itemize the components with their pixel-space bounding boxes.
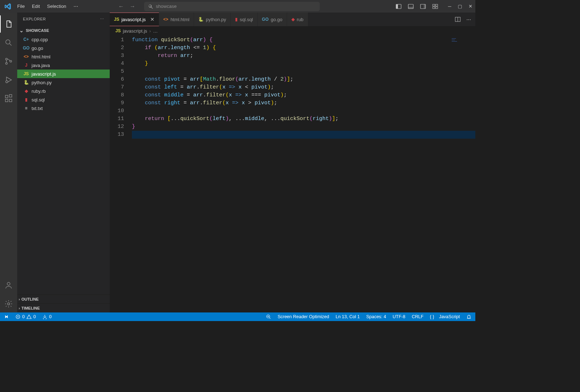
sidebar-explorer: EXPLORER ⋯ ⌄ SHOWCASE C+cpp.cppGOgo.go<>… [17,13,110,312]
tab-label: go.go [271,17,282,22]
svg-rect-6 [433,4,435,6]
editor-tab[interactable]: ▮sql.sql [231,13,258,26]
remote-indicator[interactable] [3,314,10,319]
code-editor[interactable]: 12345678910111213 function quickSort(arr… [110,35,475,312]
tab-label: rub [297,17,304,22]
window-close-icon[interactable]: ✕ [469,4,472,9]
file-item[interactable]: ▮sql.sql [17,95,110,104]
file-type-icon: ≡ [23,106,29,111]
file-type-icon: <> [23,54,29,59]
problems-indicator[interactable]: 0 0 [14,314,37,319]
layout-secondary-sidebar-icon[interactable] [420,4,426,9]
file-type-icon: ▮ [23,97,29,102]
file-item[interactable]: <>html.html [17,52,110,61]
svg-point-13 [10,61,12,62]
file-type-icon: GO [262,17,269,22]
file-item[interactable]: ≡txt.txt [17,104,110,113]
more-actions-icon[interactable]: ⋯ [466,17,471,22]
menu-selection[interactable]: Selection [44,2,69,10]
chevron-right-icon: › [19,306,20,310]
breadcrumb-separator: › [149,28,151,34]
activity-search-icon[interactable] [0,34,17,51]
layout-panel-icon[interactable] [408,4,414,9]
file-name: txt.txt [32,106,43,111]
notifications-icon[interactable] [465,314,472,319]
window-minimize-icon[interactable]: ─ [448,4,451,9]
window-maximize-icon[interactable]: ▢ [458,4,462,9]
chevron-right-icon: › [19,297,20,301]
editor-tab[interactable]: JSjavascript.js✕ [110,13,159,26]
activity-source-control-icon[interactable] [0,53,17,70]
sidebar-header: EXPLORER ⋯ [17,13,110,25]
editor-tab[interactable]: ◆rub [287,13,308,26]
indentation-status[interactable]: Spaces: 4 [365,314,388,319]
file-item[interactable]: C+cpp.cpp [17,35,110,44]
encoding-status[interactable]: UTF-8 [391,314,406,319]
file-tree: C+cpp.cppGOgo.go<>html.htmlJjava.javaJSj… [17,35,110,113]
activity-extensions-icon[interactable] [0,90,17,107]
file-item[interactable]: ◆ruby.rb [17,87,110,95]
menu-file[interactable]: File [14,2,28,10]
ports-indicator[interactable]: 0 [41,314,53,319]
minimap[interactable]: ▬▬▬▬▬▬▬▬▬▬▬▬ [452,38,473,48]
breadcrumb[interactable]: JS javascript.js › … [110,26,475,35]
close-icon[interactable]: ✕ [150,16,154,22]
editor-tabs: JSjavascript.js✕<>html.html🐍python.py▮sq… [110,13,475,26]
zoom-indicator[interactable] [265,314,272,319]
file-name: javascript.js [32,71,56,77]
breadcrumb-symbol: … [153,28,158,34]
svg-point-10 [6,40,10,44]
code-content[interactable]: function quickSort(arr) { if (arr.length… [132,35,475,312]
layout-primary-sidebar-icon[interactable] [396,4,401,9]
file-name: cpp.cpp [32,37,48,42]
svg-rect-16 [5,99,8,102]
menu-edit[interactable]: Edit [29,2,43,10]
file-item[interactable]: JSjavascript.js [17,70,110,78]
eol-status[interactable]: CRLF [411,314,425,319]
layout-customize-icon[interactable] [432,4,438,9]
nav-forward-icon[interactable]: → [130,3,136,10]
svg-point-11 [6,58,8,60]
search-placeholder: showcase [156,4,177,9]
line-number-gutter: 12345678910111213 [110,35,132,312]
split-editor-icon[interactable] [455,16,461,22]
tab-label: html.html [171,17,190,22]
file-name: go.go [32,46,43,51]
editor-tab[interactable]: <>html.html [159,13,194,26]
editor-tab[interactable]: 🐍python.py [194,13,230,26]
activity-settings-icon[interactable] [0,295,17,312]
file-type-icon: C+ [23,37,29,42]
language-label: JavaScript [439,314,460,319]
outline-section-header[interactable]: › OUTLINE [17,295,110,303]
file-item[interactable]: GOgo.go [17,44,110,52]
search-icon [148,4,153,9]
cursor-position[interactable]: Ln 13, Col 1 [334,314,361,319]
command-center-search[interactable]: showcase [144,2,320,11]
outline-label: OUTLINE [22,297,39,301]
tab-label: sql.sql [240,17,253,22]
workspace-section-header[interactable]: ⌄ SHOWCASE [17,25,110,35]
editor-tab[interactable]: GOgo.go [258,13,287,26]
js-file-icon: JS [115,28,121,33]
nav-back-icon[interactable]: ← [118,3,124,10]
menu-overflow[interactable]: ⋯ [71,2,81,10]
timeline-section-header[interactable]: › TIMELINE [17,303,110,312]
activity-account-icon[interactable] [0,277,17,294]
ports-count: 0 [49,314,52,319]
file-item[interactable]: 🐍python.py [17,78,110,87]
svg-point-19 [7,282,10,285]
language-mode[interactable]: { } JavaScript [429,314,461,319]
file-type-icon: J [23,63,29,68]
svg-rect-9 [436,7,438,9]
file-type-icon: JS [23,71,29,76]
error-count: 0 [22,314,25,319]
tab-label: javascript.js [122,17,146,22]
file-item[interactable]: Jjava.java [17,61,110,70]
screen-reader-status[interactable]: Screen Reader Optimized [276,314,330,319]
activity-run-debug-icon[interactable] [0,71,17,89]
sidebar-more-icon[interactable]: ⋯ [100,17,104,21]
activity-explorer-icon[interactable] [0,15,17,33]
titlebar: File Edit Selection ⋯ ← → showcase ─ ▢ ✕ [0,0,475,13]
file-name: python.py [32,80,52,85]
file-name: sql.sql [32,97,45,102]
